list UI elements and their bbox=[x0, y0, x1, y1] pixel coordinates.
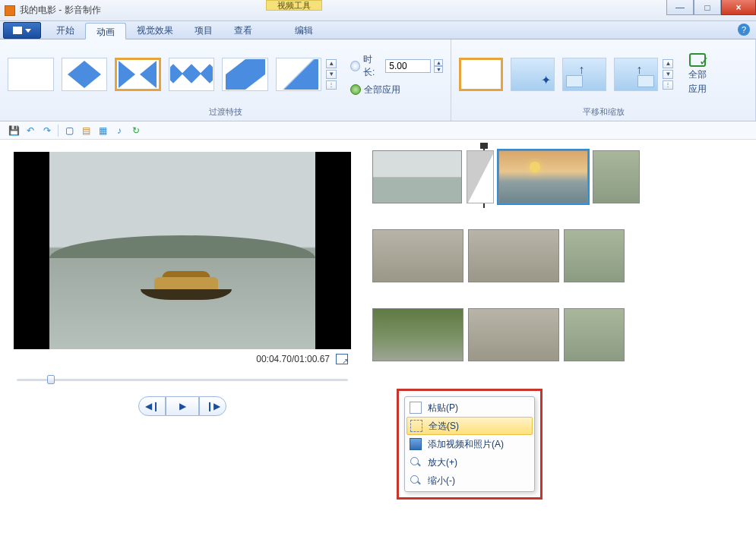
tab-visual-effects[interactable]: 视觉效果 bbox=[126, 22, 184, 39]
ctx-paste[interactable]: 粘贴(P) bbox=[406, 399, 533, 417]
panzoom-none[interactable] bbox=[459, 58, 503, 91]
panzoom-in-left[interactable]: ↑ bbox=[562, 58, 606, 91]
file-menu[interactable] bbox=[3, 22, 41, 39]
video-preview[interactable] bbox=[14, 152, 351, 349]
help-button[interactable]: ? bbox=[738, 24, 750, 36]
spin-down-icon[interactable]: ▼ bbox=[663, 70, 673, 79]
qat-item2[interactable]: ▦ bbox=[96, 125, 109, 137]
spin-up-icon[interactable]: ▲ bbox=[326, 59, 337, 68]
ctx-select-all[interactable]: 全选(S) bbox=[406, 417, 533, 435]
preview-image bbox=[49, 152, 315, 349]
group-panzoom-label: 平移和缩放 bbox=[459, 105, 748, 119]
tab-view[interactable]: 查看 bbox=[223, 22, 263, 39]
group-transitions: ▲ ▼ ⋮ 时长: ▲ ▼ 全部应用 bbox=[0, 39, 451, 121]
clip-9[interactable] bbox=[564, 308, 625, 361]
add-media-icon bbox=[410, 438, 422, 450]
qat-music[interactable]: ♪ bbox=[113, 125, 125, 137]
transition-wipe[interactable] bbox=[62, 58, 108, 91]
clip-6[interactable] bbox=[564, 229, 625, 282]
transition-diamonds[interactable] bbox=[169, 58, 215, 91]
window-buttons: — □ × bbox=[666, 0, 756, 15]
context-menu-highlight: 粘贴(P) 全选(S) 添加视频和照片(A) 放大(+) 缩小(-) bbox=[397, 389, 542, 500]
clip-1[interactable] bbox=[372, 150, 462, 203]
apply-all-transitions[interactable]: 全部应用 bbox=[350, 84, 443, 96]
transition-crossfade[interactable] bbox=[115, 58, 161, 91]
apply-all-panzoom[interactable]: 全部 应用 bbox=[681, 53, 714, 96]
minimize-button[interactable]: — bbox=[666, 0, 694, 15]
next-frame-button[interactable]: ❙▶ bbox=[199, 396, 226, 416]
storyboard-row-3 bbox=[372, 308, 733, 361]
qat-refresh[interactable]: ↻ bbox=[130, 125, 142, 137]
maximize-button[interactable]: □ bbox=[694, 0, 721, 15]
group-pan-zoom: ✦ ↑ ↑ ▲ ▼ ⋮ 全部 应用 平移和缩放 bbox=[451, 39, 756, 121]
file-menu-icon bbox=[13, 27, 22, 34]
ctx-zoom-in-label: 放大(+) bbox=[428, 456, 457, 469]
duration-input[interactable] bbox=[385, 59, 431, 73]
window-title: 我的电影 - 影音制作 bbox=[20, 4, 101, 17]
clip-5[interactable] bbox=[468, 229, 559, 282]
tab-edit[interactable]: 编辑 bbox=[284, 22, 324, 39]
paste-icon bbox=[410, 402, 422, 414]
transition-none[interactable] bbox=[8, 58, 54, 91]
panzoom-gallery-spinner[interactable]: ▲ ▼ ⋮ bbox=[663, 59, 673, 90]
group-transitions-label: 过渡特技 bbox=[8, 105, 443, 119]
qat-undo[interactable]: ↶ bbox=[24, 125, 36, 137]
clock-icon bbox=[350, 61, 360, 71]
ctx-zoom-out[interactable]: 缩小(-) bbox=[406, 471, 533, 490]
clip-7[interactable] bbox=[372, 308, 463, 361]
duration-down[interactable]: ▼ bbox=[434, 66, 443, 73]
play-button[interactable]: ▶ bbox=[166, 396, 199, 416]
spin-down-icon[interactable]: ▼ bbox=[326, 70, 337, 79]
qat-save[interactable]: 💾 bbox=[8, 125, 20, 137]
select-all-icon bbox=[410, 420, 422, 432]
contextual-tab-group: 视频工具 bbox=[266, 0, 322, 21]
ctx-paste-label: 粘贴(P) bbox=[428, 402, 458, 414]
prev-frame-button[interactable]: ◀❙ bbox=[138, 396, 166, 416]
storyboard-pane[interactable]: 粘贴(P) 全选(S) 添加视频和照片(A) 放大(+) 缩小(-) bbox=[365, 140, 756, 539]
ctx-add-media[interactable]: 添加视频和照片(A) bbox=[406, 435, 533, 453]
qat-item1[interactable]: ▤ bbox=[80, 125, 92, 137]
close-button[interactable]: × bbox=[721, 0, 756, 15]
app-icon bbox=[5, 5, 15, 16]
playback-time: 00:04.70/01:00.67 bbox=[256, 354, 330, 364]
clip-2[interactable] bbox=[498, 150, 588, 203]
spin-more-icon[interactable]: ⋮ bbox=[326, 80, 337, 90]
tab-animation[interactable]: 动画 bbox=[85, 23, 126, 39]
fullscreen-button[interactable] bbox=[336, 354, 348, 364]
duration-up[interactable]: ▲ bbox=[434, 59, 443, 66]
zoom-in-icon bbox=[410, 456, 422, 468]
contextual-tab-label: 视频工具 bbox=[266, 0, 322, 11]
transitions-gallery-spinner[interactable]: ▲ ▼ ⋮ bbox=[326, 59, 337, 90]
clip-3[interactable] bbox=[593, 150, 640, 203]
apply-all-line1: 全部 bbox=[688, 68, 707, 81]
ribbon: ▲ ▼ ⋮ 时长: ▲ ▼ 全部应用 bbox=[0, 39, 756, 121]
apply-all-line2: 应用 bbox=[688, 83, 707, 96]
spin-up-icon[interactable]: ▲ bbox=[663, 59, 673, 68]
playback-controls: ◀❙ ▶ ❙▶ bbox=[14, 396, 351, 416]
tab-start[interactable]: 开始 bbox=[46, 22, 85, 39]
ctx-zoom-in[interactable]: 放大(+) bbox=[406, 453, 533, 471]
ctx-zoom-out-label: 缩小(-) bbox=[428, 474, 455, 487]
apply-all-label: 全部应用 bbox=[364, 84, 400, 96]
transition-options: 时长: ▲ ▼ 全部应用 bbox=[350, 53, 443, 96]
duration-label: 时长: bbox=[363, 53, 382, 79]
seek-thumb[interactable] bbox=[47, 375, 55, 384]
ribbon-tabs: 开始 动画 视觉效果 项目 查看 编辑 ? bbox=[0, 21, 756, 39]
quick-access-toolbar: 💾 ↶ ↷ ▢ ▤ ▦ ♪ ↻ bbox=[0, 121, 756, 140]
spin-more-icon[interactable]: ⋮ bbox=[663, 80, 673, 90]
transition-cross[interactable] bbox=[222, 58, 268, 91]
panzoom-in-right[interactable]: ↑ bbox=[614, 58, 658, 91]
transition-1[interactable] bbox=[467, 150, 494, 203]
separator bbox=[58, 125, 59, 137]
transition-diagonal[interactable] bbox=[276, 58, 322, 91]
apply-icon bbox=[350, 84, 361, 95]
dropdown-icon bbox=[25, 29, 31, 33]
panzoom-auto[interactable]: ✦ bbox=[511, 58, 555, 91]
clip-8[interactable] bbox=[468, 308, 559, 361]
preview-pane: 00:04.70/01:00.67 ◀❙ ▶ ❙▶ bbox=[0, 140, 365, 539]
seek-slider[interactable] bbox=[17, 374, 348, 386]
tab-project[interactable]: 项目 bbox=[184, 22, 223, 39]
qat-new[interactable]: ▢ bbox=[63, 125, 75, 137]
clip-4[interactable] bbox=[372, 229, 463, 282]
qat-redo[interactable]: ↷ bbox=[41, 125, 53, 137]
